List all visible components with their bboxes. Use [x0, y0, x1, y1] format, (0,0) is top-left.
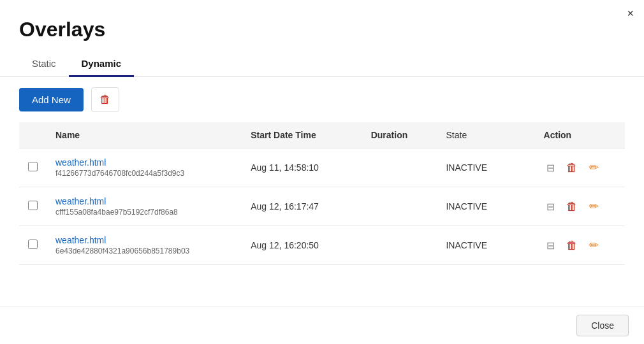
row-checkbox-cell — [19, 226, 47, 265]
row-checkbox-1[interactable] — [28, 201, 38, 210]
row-checkbox-cell — [19, 148, 47, 187]
add-new-button[interactable]: Add New — [19, 88, 84, 111]
overlays-table: Name Start Date Time Duration State Acti… — [19, 122, 625, 265]
row-name-cell: weather.html 6e43de42880f4321a90656b8517… — [47, 226, 242, 265]
col-header-start-date: Start Date Time — [242, 122, 362, 148]
col-header-name: Name — [47, 122, 242, 148]
row-hash: 6e43de42880f4321a90656b851789b03 — [55, 247, 233, 255]
tab-dynamic[interactable]: Dynamic — [69, 52, 135, 77]
dialog-title: Overlays — [0, 0, 644, 52]
row-start-date: Aug 12, 16:17:47 — [242, 187, 362, 226]
toolbar: Add New 🗑 — [0, 77, 644, 122]
row-minus-button[interactable]: ⊟ — [544, 238, 557, 253]
row-minus-button[interactable]: ⊟ — [544, 161, 557, 175]
delete-toolbar-button[interactable]: 🗑 — [91, 87, 119, 112]
row-edit-button[interactable]: ✏ — [587, 237, 601, 254]
col-header-checkbox — [19, 122, 47, 148]
row-edit-button[interactable]: ✏ — [587, 198, 601, 215]
row-name-cell: weather.html cfff155a08fa4bae97b5192cf7d… — [47, 187, 242, 226]
row-minus-button[interactable]: ⊟ — [544, 199, 557, 214]
row-action-cell: ⊟ 🗑 ✏ — [535, 148, 625, 187]
table-row: weather.html f41266773d7646708fc0d244a5f… — [19, 148, 625, 187]
col-header-state: State — [437, 122, 534, 148]
dialog-close-button[interactable]: × — [627, 8, 634, 19]
col-header-action: Action — [535, 122, 625, 148]
row-start-date: Aug 12, 16:20:50 — [242, 226, 362, 265]
row-action-cell: ⊟ 🗑 ✏ — [535, 226, 625, 265]
minus-icon: ⊟ — [546, 240, 555, 251]
row-start-date: Aug 11, 14:58:10 — [242, 148, 362, 187]
edit-icon: ✏ — [589, 161, 599, 174]
trash-icon: 🗑 — [566, 200, 578, 213]
dialog-footer: Close — [0, 306, 644, 344]
table-container: Name Start Date Time Duration State Acti… — [0, 122, 644, 306]
row-state: INACTIVE — [437, 148, 534, 187]
row-hash: f41266773d7646708fc0d244a5f3d9c3 — [55, 169, 233, 178]
row-edit-button[interactable]: ✏ — [587, 159, 601, 176]
tab-bar: Static Dynamic — [0, 52, 644, 77]
row-delete-button[interactable]: 🗑 — [564, 199, 580, 215]
edit-icon: ✏ — [589, 239, 599, 252]
row-name-link[interactable]: weather.html — [55, 157, 233, 168]
edit-icon: ✏ — [589, 200, 599, 213]
row-checkbox-2[interactable] — [28, 240, 38, 249]
row-action-cell: ⊟ 🗑 ✏ — [535, 187, 625, 226]
row-checkbox-cell — [19, 187, 47, 226]
row-delete-button[interactable]: 🗑 — [564, 238, 580, 254]
minus-icon: ⊟ — [546, 162, 555, 173]
row-state: INACTIVE — [437, 187, 534, 226]
row-checkbox-0[interactable] — [28, 162, 38, 171]
action-buttons: ⊟ 🗑 ✏ — [544, 198, 616, 215]
row-name-cell: weather.html f41266773d7646708fc0d244a5f… — [47, 148, 242, 187]
action-buttons: ⊟ 🗑 ✏ — [544, 237, 616, 254]
table-header-row: Name Start Date Time Duration State Acti… — [19, 122, 625, 148]
col-header-duration: Duration — [362, 122, 437, 148]
trash-icon: 🗑 — [566, 239, 578, 252]
trash-icon: 🗑 — [99, 93, 111, 106]
row-duration — [362, 148, 437, 187]
table-row: weather.html cfff155a08fa4bae97b5192cf7d… — [19, 187, 625, 226]
row-name-link[interactable]: weather.html — [55, 196, 233, 206]
overlays-dialog: × Overlays Static Dynamic Add New 🗑 Name… — [0, 0, 644, 344]
row-hash: cfff155a08fa4bae97b5192cf7df86a8 — [55, 208, 233, 217]
trash-icon: 🗑 — [566, 161, 578, 174]
tab-static[interactable]: Static — [19, 52, 69, 77]
row-delete-button[interactable]: 🗑 — [564, 160, 580, 176]
row-duration — [362, 187, 437, 226]
row-state: INACTIVE — [437, 226, 534, 265]
action-buttons: ⊟ 🗑 ✏ — [544, 159, 616, 176]
table-body: weather.html f41266773d7646708fc0d244a5f… — [19, 148, 625, 265]
minus-icon: ⊟ — [546, 201, 555, 212]
table-row: weather.html 6e43de42880f4321a90656b8517… — [19, 226, 625, 265]
row-duration — [362, 226, 437, 265]
row-name-link[interactable]: weather.html — [55, 235, 233, 245]
close-footer-button[interactable]: Close — [576, 315, 629, 336]
